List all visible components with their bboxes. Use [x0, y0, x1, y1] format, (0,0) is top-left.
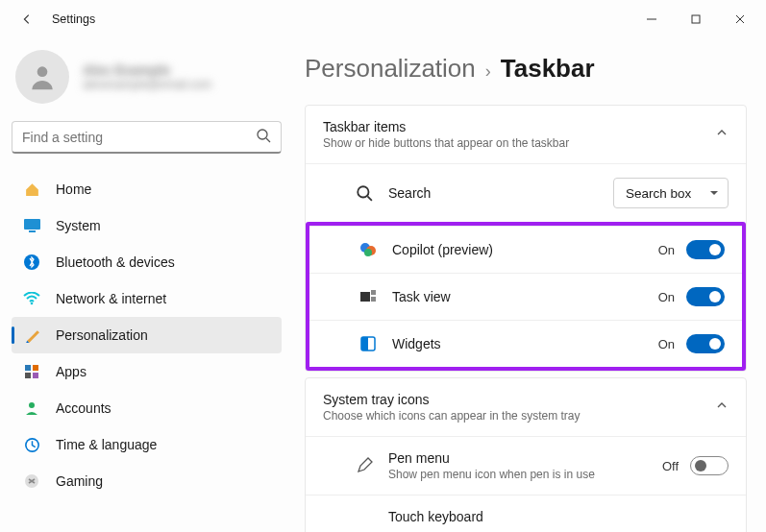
- svg-rect-4: [29, 230, 36, 232]
- user-name: Alex Example: [83, 62, 211, 78]
- user-profile[interactable]: Alex Example alexexample@email.com: [15, 50, 278, 104]
- back-button[interactable]: [17, 12, 37, 26]
- svg-point-6: [31, 302, 34, 305]
- toggle-state: Off: [662, 459, 679, 473]
- svg-rect-19: [360, 292, 370, 302]
- nav-label: Personalization: [56, 327, 148, 343]
- taskview-row: Task view On: [309, 273, 742, 320]
- svg-point-1: [37, 66, 48, 77]
- svg-rect-9: [25, 373, 31, 378]
- nav-network[interactable]: Network & internet: [12, 280, 282, 317]
- section-title: Taskbar items: [323, 119, 715, 134]
- maximize-button[interactable]: [674, 4, 718, 35]
- search-input[interactable]: [22, 130, 256, 145]
- svg-rect-20: [371, 290, 376, 295]
- touch-keyboard-row: Touch keyboard: [306, 495, 746, 532]
- nav-label: Accounts: [56, 400, 111, 416]
- accounts-icon: [23, 399, 40, 417]
- chevron-right-icon: ›: [485, 61, 491, 82]
- widgets-icon: [356, 336, 381, 351]
- taskbar-items-card: Taskbar items Show or hide buttons that …: [305, 105, 747, 372]
- widgets-row: Widgets On: [309, 320, 742, 367]
- minimize-button[interactable]: [630, 4, 674, 35]
- copilot-toggle[interactable]: [686, 240, 725, 259]
- svg-point-18: [364, 249, 372, 256]
- wifi-icon: [23, 290, 40, 307]
- row-subtitle: Show pen menu icon when pen is in use: [388, 468, 662, 481]
- gaming-icon: [23, 472, 40, 490]
- nav-time[interactable]: Time & language: [12, 426, 282, 463]
- copilot-icon: [356, 241, 381, 258]
- nav-label: Gaming: [56, 473, 103, 489]
- nav-home[interactable]: Home: [12, 171, 282, 207]
- svg-rect-3: [24, 219, 40, 230]
- close-button[interactable]: [718, 4, 762, 35]
- svg-point-11: [29, 402, 35, 408]
- breadcrumb: Personalization › Taskbar: [305, 54, 747, 84]
- svg-point-2: [258, 130, 267, 139]
- breadcrumb-parent[interactable]: Personalization: [305, 54, 476, 84]
- svg-rect-23: [361, 337, 368, 351]
- search-mode-dropdown[interactable]: Search box: [613, 178, 729, 208]
- nav-system[interactable]: System: [12, 207, 282, 244]
- row-label: Touch keyboard: [388, 509, 729, 524]
- nav-label: Bluetooth & devices: [56, 254, 175, 270]
- section-subtitle: Show or hide buttons that appear on the …: [323, 136, 715, 150]
- svg-rect-10: [33, 373, 38, 378]
- widgets-toggle[interactable]: [686, 334, 725, 353]
- paintbrush-icon: [23, 326, 40, 344]
- nav-label: Time & language: [56, 437, 157, 452]
- svg-rect-21: [371, 297, 376, 302]
- avatar: [15, 50, 69, 104]
- nav-label: Apps: [56, 364, 86, 379]
- search-row: Search Search box: [306, 163, 746, 222]
- taskview-toggle[interactable]: [686, 287, 725, 306]
- row-label: Copilot (preview): [392, 242, 658, 257]
- nav-bluetooth[interactable]: Bluetooth & devices: [12, 244, 282, 280]
- home-icon: [23, 181, 40, 198]
- system-tray-card: System tray icons Choose which icons can…: [305, 377, 747, 532]
- window-title: Settings: [52, 12, 630, 26]
- nav-accounts[interactable]: Accounts: [12, 390, 282, 426]
- toggle-state: On: [658, 337, 675, 351]
- search-icon: [256, 128, 271, 147]
- system-tray-header[interactable]: System tray icons Choose which icons can…: [306, 378, 746, 436]
- page-title: Taskbar: [501, 54, 595, 84]
- nav-label: System: [56, 218, 101, 233]
- section-subtitle: Choose which icons can appear in the sys…: [323, 409, 715, 423]
- apps-icon: [23, 363, 40, 380]
- taskview-icon: [356, 290, 381, 303]
- nav-apps[interactable]: Apps: [12, 353, 282, 390]
- dropdown-value: Search box: [626, 186, 691, 201]
- toggle-state: On: [658, 243, 675, 257]
- section-title: System tray icons: [323, 392, 715, 407]
- search-icon: [352, 184, 377, 202]
- nav-personalization[interactable]: Personalization: [12, 317, 282, 353]
- nav-label: Network & internet: [56, 291, 166, 306]
- pen-menu-toggle[interactable]: [690, 456, 729, 475]
- pen-menu-row: Pen menu Show pen menu icon when pen is …: [306, 436, 746, 495]
- clock-icon: [23, 436, 40, 453]
- row-label: Search: [388, 185, 613, 201]
- nav-label: Home: [56, 181, 91, 197]
- pen-icon: [352, 457, 377, 474]
- svg-rect-0: [692, 15, 700, 23]
- row-label: Task view: [392, 289, 658, 304]
- svg-point-15: [358, 186, 368, 197]
- svg-rect-8: [33, 365, 38, 371]
- row-label: Widgets: [392, 336, 658, 351]
- svg-rect-7: [25, 365, 31, 371]
- annotation-highlight: Copilot (preview) On Task view On Widget…: [306, 222, 746, 371]
- nav-gaming[interactable]: Gaming: [12, 463, 282, 499]
- user-email: alexexample@email.com: [83, 78, 211, 91]
- search-input-container[interactable]: [12, 121, 282, 154]
- system-icon: [23, 217, 40, 234]
- taskbar-items-header[interactable]: Taskbar items Show or hide buttons that …: [306, 106, 746, 163]
- bluetooth-icon: [23, 254, 40, 271]
- copilot-row: Copilot (preview) On: [309, 226, 742, 273]
- row-label: Pen menu: [388, 450, 662, 466]
- chevron-up-icon: [715, 399, 729, 416]
- toggle-state: On: [658, 290, 675, 304]
- chevron-up-icon: [715, 126, 729, 143]
